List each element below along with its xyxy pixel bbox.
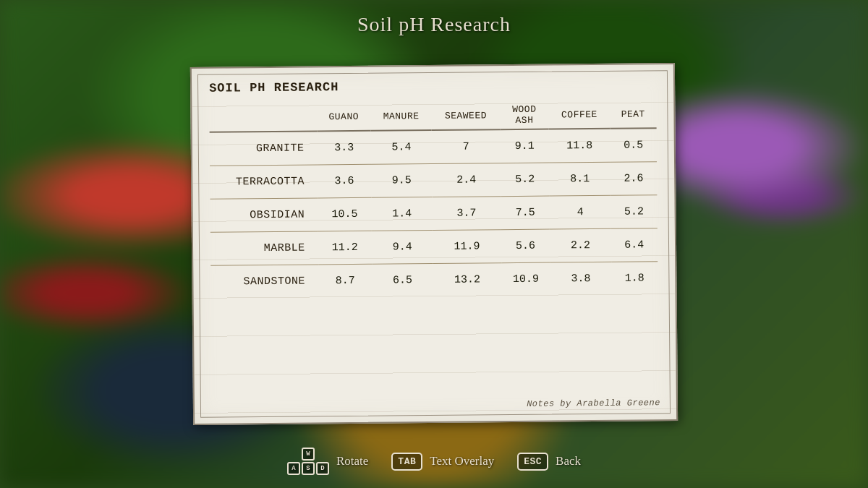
cell-sandstone-coffee: 3.8 — [550, 262, 612, 295]
esc-key-badge[interactable]: ESC — [517, 453, 548, 471]
col-header-coffee: Coffee — [549, 98, 610, 129]
row-label-granite: Granite — [210, 131, 318, 166]
cell-terracotta-woodash: 5.2 — [501, 163, 550, 197]
cell-terracotta-seaweed: 2.4 — [432, 163, 501, 197]
control-text-overlay: TAB Text Overlay — [391, 453, 494, 471]
cell-obsidian-manure: 1.4 — [371, 197, 433, 231]
cell-marble-seaweed: 11.9 — [433, 230, 501, 264]
back-label: Back — [556, 454, 581, 468]
key-w: W — [302, 448, 315, 461]
attribution: Notes by Arabella Greene — [527, 398, 660, 409]
table-header-row: Guano Manure Seaweed WoodAsh Coffee — [209, 97, 656, 132]
cell-marble-woodash: 5.6 — [501, 229, 550, 263]
table-row: Granite 3.3 5.4 7 9.1 11.8 0.5 — [210, 128, 657, 166]
page-title: Soil pH Research — [0, 13, 868, 36]
cell-granite-coffee: 11.8 — [549, 129, 610, 163]
table-row: Sandstone 8.7 6.5 13.2 10.9 3.8 1.8 — [210, 262, 658, 299]
cell-granite-peat: 0.5 — [610, 128, 657, 162]
cell-sandstone-guano: 8.7 — [318, 264, 373, 297]
row-label-marble: Marble — [210, 231, 318, 265]
col-header-manure: Manure — [370, 99, 432, 131]
col-header-seaweed: Seaweed — [432, 98, 501, 130]
cell-sandstone-peat: 1.8 — [611, 262, 658, 295]
key-d: D — [316, 462, 329, 475]
cell-obsidian-peat: 5.2 — [610, 195, 658, 229]
rotate-label: Rotate — [336, 454, 368, 468]
cell-granite-manure: 5.4 — [371, 130, 433, 164]
cell-terracotta-peat: 2.6 — [610, 162, 658, 196]
cell-obsidian-woodash: 7.5 — [501, 196, 550, 230]
cell-marble-guano: 11.2 — [318, 231, 372, 265]
table-row: Terracotta 3.6 9.5 2.4 5.2 8.1 2.6 — [210, 162, 657, 199]
cell-granite-woodash: 9.1 — [500, 129, 549, 163]
col-header-wood-ash: WoodAsh — [500, 98, 549, 130]
cell-sandstone-manure: 6.5 — [372, 264, 433, 297]
cell-terracotta-coffee: 8.1 — [549, 162, 610, 196]
table-row: Marble 11.2 9.4 11.9 5.6 2.2 6.4 — [210, 228, 658, 265]
cell-terracotta-manure: 9.5 — [371, 164, 433, 198]
cell-obsidian-coffee: 4 — [550, 195, 611, 229]
table-row: Obsidian 10.5 1.4 3.7 7.5 4 5.2 — [210, 195, 657, 232]
cell-obsidian-seaweed: 3.7 — [433, 197, 501, 231]
tab-key-badge[interactable]: TAB — [391, 453, 422, 471]
cell-sandstone-woodash: 10.9 — [501, 262, 550, 296]
cell-granite-guano: 3.3 — [317, 131, 371, 165]
cell-marble-manure: 9.4 — [372, 231, 433, 265]
cell-marble-coffee: 2.2 — [550, 228, 611, 262]
paper-container: Soil pH Research Guano Manure Seaweed Wo… — [192, 65, 676, 423]
research-table: Guano Manure Seaweed WoodAsh Coffee — [209, 97, 658, 298]
key-s: S — [302, 462, 315, 475]
table-title: Soil pH Research — [209, 77, 656, 95]
col-header-empty — [209, 100, 317, 132]
key-a: A — [287, 462, 300, 475]
cell-granite-seaweed: 7 — [432, 129, 501, 163]
cell-obsidian-guano: 10.5 — [318, 197, 372, 231]
row-label-obsidian: Obsidian — [210, 198, 318, 232]
text-overlay-label: Text Overlay — [430, 454, 494, 468]
col-header-guano: Guano — [317, 100, 371, 132]
col-header-peat: Peat — [610, 97, 657, 129]
cell-marble-peat: 6.4 — [610, 228, 658, 262]
control-rotate: W A S D Rotate — [287, 448, 368, 475]
control-back: ESC Back — [517, 453, 581, 471]
wasd-key-icon[interactable]: W A S D — [287, 448, 329, 475]
controls-bar: W A S D Rotate TAB Text Overlay ESC Back — [0, 448, 868, 475]
cell-sandstone-seaweed: 13.2 — [433, 263, 502, 296]
row-label-sandstone: Sandstone — [210, 265, 318, 299]
cell-terracotta-guano: 3.6 — [318, 164, 372, 198]
paper-notecard: Soil pH Research Guano Manure Seaweed Wo… — [190, 63, 678, 425]
row-label-terracotta: Terracotta — [210, 165, 318, 199]
